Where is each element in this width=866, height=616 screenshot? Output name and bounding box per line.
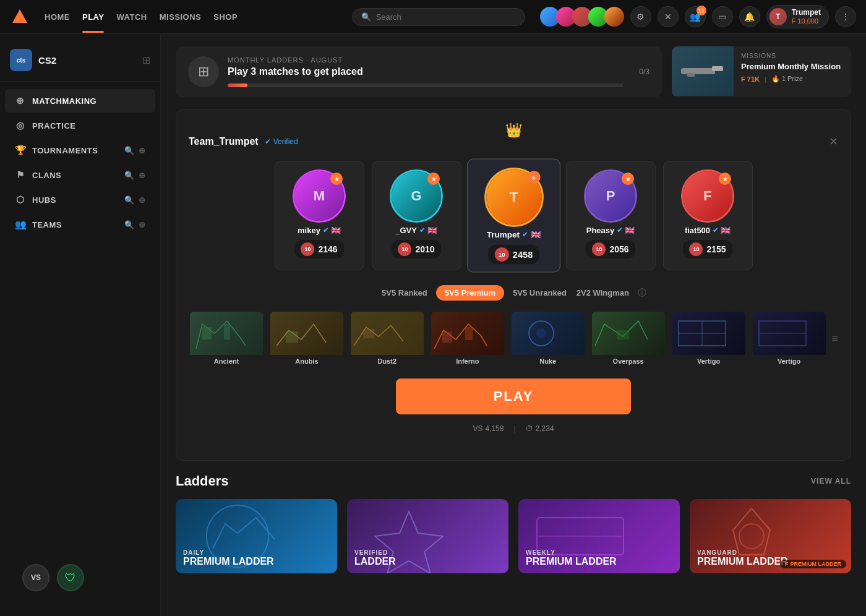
- search-teams-icon[interactable]: 🔍: [124, 220, 135, 229]
- verify-check-pheasy: ✔: [617, 226, 622, 234]
- grid-icon[interactable]: ⊞: [142, 54, 150, 66]
- notifications-button[interactable]: 🔔: [739, 6, 760, 27]
- map-vertigo1-label: Vertigo: [672, 357, 745, 365]
- sidebar-item-hubs[interactable]: ⬡ HUBS 🔍 ⊕: [5, 188, 155, 212]
- flag-mikey: 🇬🇧: [331, 226, 341, 235]
- map-nuke[interactable]: Nuke: [510, 310, 586, 366]
- add-tournament-icon[interactable]: ⊕: [139, 146, 146, 155]
- map-dust2[interactable]: Dust2: [349, 310, 425, 366]
- mission-meta: MISSIONS: [741, 53, 844, 59]
- mode-tabs: 5V5 Ranked 5V5 Premium 5V5 Unranked 2V2 …: [189, 285, 838, 301]
- top-nav: HOME PLAY WATCH MISSIONS SHOP 🔍 ⚙ ✕ 👥 11…: [0, 0, 866, 34]
- vs-button[interactable]: VS: [22, 564, 49, 591]
- player-card-trumpet[interactable]: T ★ Trumpet ✔ 🇬🇧 10 2458: [467, 158, 560, 272]
- svg-point-12: [536, 328, 546, 338]
- ladder-vanguard[interactable]: VANGUARD PREMIUM LADDER F PREMIUM LADDER: [690, 499, 851, 573]
- monthly-ladder-card[interactable]: ⊞ MONTHLY LADDERS · AUGUST Play 3 matche…: [176, 46, 662, 97]
- verify-check-trumpet: ✔: [522, 231, 528, 239]
- nav-home[interactable]: HOME: [45, 12, 70, 22]
- map-ancient[interactable]: Ancient: [189, 310, 264, 366]
- close-button[interactable]: ✕: [658, 6, 679, 27]
- mode-tab-5v5premium[interactable]: 5V5 Premium: [436, 285, 504, 301]
- map-anubis[interactable]: Anubis: [269, 310, 345, 366]
- user-points: F 10,000: [792, 17, 821, 25]
- map-vertigo-2[interactable]: Vertigo: [752, 310, 827, 366]
- player-rating-mikey: 10 2146: [294, 240, 343, 259]
- clock-icon: ⏱: [526, 424, 533, 433]
- player-card-gvy[interactable]: G ★ _GVY ✔ 🇬🇧 10 2010: [372, 161, 461, 270]
- hubs-icon: ⬡: [15, 194, 26, 205]
- shield-icon: 🛡: [65, 571, 76, 584]
- close-party-button[interactable]: ✕: [829, 135, 838, 148]
- maps-row: Ancient Anubis: [189, 310, 838, 366]
- verify-check-mikey: ✔: [323, 226, 328, 234]
- map-overpass[interactable]: Overpass: [591, 310, 666, 366]
- mode-tab-5v5ranked[interactable]: 5V5 Ranked: [380, 286, 429, 300]
- add-clan-icon[interactable]: ⊕: [139, 171, 146, 180]
- add-hub-icon[interactable]: ⊕: [139, 195, 146, 205]
- svg-rect-2: [712, 66, 723, 71]
- mission-image: [672, 46, 734, 96]
- tournaments-icon: 🏆: [15, 145, 26, 156]
- mission-card[interactable]: MISSIONS Premium Monthly Mission F 71K |…: [672, 46, 851, 97]
- ladder-daily-title: PREMIUM LADDER: [183, 556, 330, 567]
- sidebar-item-practice[interactable]: ◎ PRACTICE: [5, 114, 155, 137]
- add-team-icon[interactable]: ⊕: [139, 220, 146, 229]
- verify-check-gvy: ✔: [419, 226, 425, 234]
- ladder-weekly[interactable]: WEEKLY PREMIUM LADDER: [518, 499, 680, 573]
- premium-star-mikey: ★: [330, 173, 343, 185]
- search-tournaments-icon[interactable]: 🔍: [124, 146, 135, 155]
- crown-icon: 👑: [505, 122, 522, 139]
- player-card-pheasy[interactable]: P ★ Pheasy ✔ 🇬🇧 10 2056: [566, 161, 656, 270]
- more-menu-button[interactable]: ⋮: [835, 6, 856, 27]
- ladders-title: Ladders: [176, 473, 229, 489]
- search-hubs-icon[interactable]: 🔍: [124, 195, 135, 205]
- view-all-button[interactable]: VIEW ALL: [811, 477, 851, 486]
- sidebar: cts CS2 ⊞ ⊕ MATCHMAKING ◎ PRACTICE 🏆 TOU…: [0, 34, 161, 616]
- play-button[interactable]: PLAY: [396, 379, 631, 414]
- user-badge[interactable]: T Trumpet F 10,000: [766, 5, 829, 28]
- ladder-card-icon: ⊞: [188, 56, 219, 87]
- window-button[interactable]: ▭: [712, 6, 733, 27]
- search-input[interactable]: [376, 12, 516, 22]
- ladder-weekly-content: WEEKLY PREMIUM LADDER: [518, 543, 680, 573]
- top-section: ⊞ MONTHLY LADDERS · AUGUST Play 3 matche…: [176, 46, 851, 97]
- sidebar-item-clans[interactable]: ⚑ CLANS 🔍 ⊕: [5, 163, 155, 187]
- mission-info: MISSIONS Premium Monthly Mission F 71K |…: [734, 46, 851, 97]
- sidebar-item-teams[interactable]: 👥 TEAMS 🔍 ⊕: [5, 213, 155, 236]
- nav-play[interactable]: PLAY: [82, 12, 104, 22]
- sidebar-item-matchmaking[interactable]: ⊕ MATCHMAKING: [5, 89, 155, 113]
- clans-icon: ⚑: [15, 169, 26, 181]
- player-rating-gvy: 10 2010: [392, 240, 440, 259]
- player-card-mikey[interactable]: M ★ mikey ✔ 🇬🇧 10 2146: [275, 161, 364, 270]
- settings-button[interactable]: ⚙: [630, 6, 651, 27]
- friends-button[interactable]: 👥 11: [685, 6, 706, 27]
- map-nuke-label: Nuke: [512, 357, 585, 365]
- map-inferno[interactable]: Inferno: [430, 310, 505, 366]
- mode-info-icon[interactable]: ⓘ: [638, 288, 646, 299]
- main-content: ⊞ MONTHLY LADDERS · AUGUST Play 3 matche…: [161, 34, 866, 616]
- search-icon: 🔍: [361, 12, 371, 22]
- avatar-5[interactable]: [604, 7, 624, 27]
- ladder-verified[interactable]: VERIFIED LADDER: [347, 499, 508, 573]
- shield-badge[interactable]: 🛡: [57, 564, 84, 591]
- nav-watch[interactable]: WATCH: [116, 12, 147, 22]
- maps-list-toggle[interactable]: ≡: [832, 332, 839, 345]
- logo[interactable]: [10, 7, 30, 27]
- sidebar-item-tournaments[interactable]: 🏆 TOURNAMENTS 🔍 ⊕: [5, 139, 155, 162]
- mode-tab-5v5unranked[interactable]: 5V5 Unranked: [512, 286, 568, 300]
- mission-rewards: F 71K | 🔥 1 Prize: [741, 75, 844, 83]
- svg-marker-0: [12, 9, 27, 23]
- search-clans-icon[interactable]: 🔍: [124, 171, 135, 180]
- nav-shop[interactable]: SHOP: [213, 12, 238, 22]
- flag-gvy: 🇬🇧: [427, 226, 437, 235]
- mode-tab-2v2wingman[interactable]: 2V2 Wingman: [575, 286, 630, 300]
- nav-missions[interactable]: MISSIONS: [160, 12, 202, 22]
- map-vertigo-1[interactable]: Vertigo: [671, 310, 747, 366]
- player-card-fiat500[interactable]: F ★ fiat500 ✔ 🇬🇧 10 2155: [663, 161, 753, 270]
- rating-num-trumpet: 2458: [512, 249, 532, 260]
- game-selector[interactable]: cts CS2 ⊞: [0, 44, 160, 82]
- ladder-daily[interactable]: DAILY PREMIUM LADDER: [176, 499, 337, 573]
- map-vertigo2-bg: [753, 312, 826, 355]
- ladder-progress-fill: [228, 83, 247, 87]
